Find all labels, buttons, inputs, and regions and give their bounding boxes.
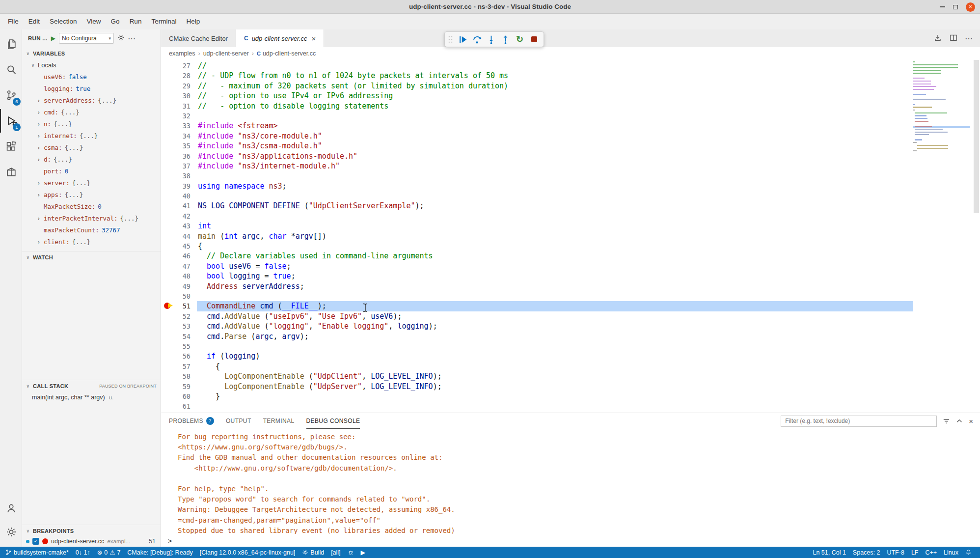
panel-tab-debug-console[interactable]: DEBUG CONSOLE [306,413,360,429]
code-line[interactable]: 30// - option to use IPv4 or IPv6 addres… [161,91,980,101]
tab-udp-client-server-cc[interactable]: Cudp-client-server.cc× [236,29,324,47]
code-line[interactable]: 35#include "ns3/csma-module.h" [161,141,980,151]
breakpoint-checkbox[interactable]: ✓ [32,538,39,545]
status-cmake-build-target[interactable]: [all] [327,547,344,558]
menu-item-edit[interactable]: Edit [24,14,45,29]
status-cursor-position[interactable]: Ln 51, Col 1 [809,547,849,558]
console-filter-input[interactable] [781,416,937,427]
status-eol[interactable]: LF [908,547,922,558]
locals-scope-row[interactable]: ∨ Locals [22,59,161,71]
activitybar-settings[interactable] [0,520,22,544]
minimize-button[interactable] [940,6,945,7]
code-line[interactable]: 39using namespace ns3; [161,181,980,191]
panel-tab-output[interactable]: OUTPUT [226,413,251,429]
code-line[interactable]: 28// - UDP flow from n0 to n1 of 1024 by… [161,71,980,81]
menu-item-view[interactable]: View [82,14,106,29]
close-panel-icon[interactable]: × [969,417,973,425]
status-encoding[interactable]: UTF-8 [883,547,907,558]
variable-row[interactable]: ›client:{...} [22,236,161,248]
menu-item-run[interactable]: Run [125,14,147,29]
code-line[interactable]: 29// - maximum of 320 packets sent (or l… [161,81,980,91]
status-cmake-kit[interactable]: [Clang 12.0.0 x86_64-pc-linux-gnu] [196,547,299,558]
step-into-button[interactable] [485,33,498,46]
code-line[interactable]: 40 [161,191,980,201]
breakpoints-section-header[interactable]: ∨ BREAKPOINTS [22,525,161,536]
status-cmake-build[interactable]: Build [299,547,327,558]
code-line[interactable]: 48 bool logging = true; [161,271,980,281]
variable-row[interactable]: ›d:{...} [22,154,161,166]
breadcrumb-item[interactable]: examples [169,50,195,57]
variables-section-header[interactable]: ∨ VARIABLES [22,48,161,59]
drag-handle-icon[interactable] [448,35,453,43]
split-editor-icon[interactable] [950,34,957,43]
panel-tab-terminal[interactable]: TERMINAL [263,413,295,429]
code-line[interactable]: 53 cmd.AddValue ("logging", "Enable logg… [161,321,980,331]
code-line[interactable]: 27// [161,61,980,71]
code-line[interactable]: 34#include "ns3/core-module.h" [161,131,980,141]
menu-item-file[interactable]: File [3,14,24,29]
step-over-button[interactable] [470,33,484,46]
stack-frame-main[interactable]: main(int argc, char ** argv)u. [22,391,161,403]
watch-section-header[interactable]: ∨ WATCH [22,251,161,263]
activitybar-run-and-debug[interactable]: 1 [0,109,22,133]
code-line[interactable]: 55 [161,341,980,351]
code-line[interactable]: 42 [161,211,980,221]
code-line[interactable]: 50 [161,291,980,301]
variable-row[interactable]: ›cmd:{...} [22,107,161,118]
debug-configuration-dropdown[interactable]: No Configura ▾ [59,33,114,44]
code-line[interactable]: 59 LogComponentEnable ("UdpServer", LOG_… [161,382,980,391]
variable-row[interactable]: logging:true [22,83,161,95]
code-line[interactable]: 32 [161,111,980,121]
restart-button[interactable]: ↻ [513,33,526,46]
variable-row[interactable]: ›apps:{...} [22,189,161,201]
stop-button[interactable] [527,33,541,46]
status-errors[interactable]: ⊗0 [94,547,109,558]
code-line[interactable]: 49 Address serverAddress; [161,281,980,291]
status-language-mode[interactable]: C++ [922,547,940,558]
activitybar-source-control[interactable]: 6 [0,84,22,107]
activitybar-search[interactable] [0,58,22,82]
code-line[interactable]: 52 cmd.AddValue ("useIpv6", "Use Ipv6", … [161,311,980,321]
breadcrumb-item[interactable]: Cudp-client-server.cc [257,50,316,57]
variable-row[interactable]: ›interPacketInterval:{...} [22,213,161,224]
console-prompt[interactable]: > [168,537,172,545]
close-icon[interactable]: × [312,34,316,43]
code-line[interactable]: 60 } [161,391,980,401]
close-button[interactable]: × [966,2,975,12]
breadcrumb-item[interactable]: udp-client-server [203,50,249,57]
variable-row[interactable]: MaxPacketSize:0 [22,201,161,213]
status-cmake-launch[interactable]: ▶ [357,547,369,558]
console-output[interactable]: For bug reporting instructions, please s… [161,432,980,534]
status-notifications[interactable] [962,547,975,558]
code-line[interactable]: 58 LogComponentEnable ("UdpClient", LOG_… [161,371,980,381]
menu-item-terminal[interactable]: Terminal [146,14,181,29]
code-line[interactable]: 56 if (logging) [161,351,980,361]
start-debugging-button[interactable]: ▶ [51,35,55,42]
variable-row[interactable]: ›serverAddress:{...} [22,95,161,107]
launch-settings-gear-icon[interactable] [117,34,125,43]
titlebar[interactable]: udp-client-server.cc - ns-3-dev - Visual… [0,0,980,14]
minimap[interactable] [913,60,970,155]
status-warnings[interactable]: ⚠7 [109,547,124,558]
more-actions-icon[interactable]: ··· [965,35,973,42]
variable-row[interactable]: useV6:false [22,71,161,83]
code-line[interactable]: 57 { [161,362,980,371]
status-platform[interactable]: Linux [940,547,962,558]
menu-item-help[interactable]: Help [181,14,205,29]
breakpoint-item[interactable]: ✓ udp-client-server.cc exampl... 51 [22,536,161,546]
download-icon[interactable] [934,34,942,43]
restore-button[interactable] [953,5,958,9]
code-line[interactable]: 36#include "ns3/applications-module.h" [161,151,980,161]
activitybar-accounts[interactable] [0,497,22,520]
code-line[interactable]: 33#include <fstream> [161,121,980,131]
continue-button[interactable] [456,33,469,46]
call-stack-section-header[interactable]: ∨ CALL STACK PAUSED ON BREAKPOINT [22,380,161,391]
variable-row[interactable]: ›server:{...} [22,177,161,189]
variable-row[interactable]: maxPacketCount:32767 [22,224,161,236]
step-out-button[interactable] [499,33,512,46]
activitybar-extensions[interactable] [0,135,22,158]
activitybar-cmake[interactable] [0,160,22,184]
status-cmake-debug[interactable] [344,547,357,558]
code-line[interactable]: 51 CommandLine cmd (__FILE__); [161,301,980,311]
panel-tab-problems[interactable]: PROBLEMS7 [169,413,214,429]
